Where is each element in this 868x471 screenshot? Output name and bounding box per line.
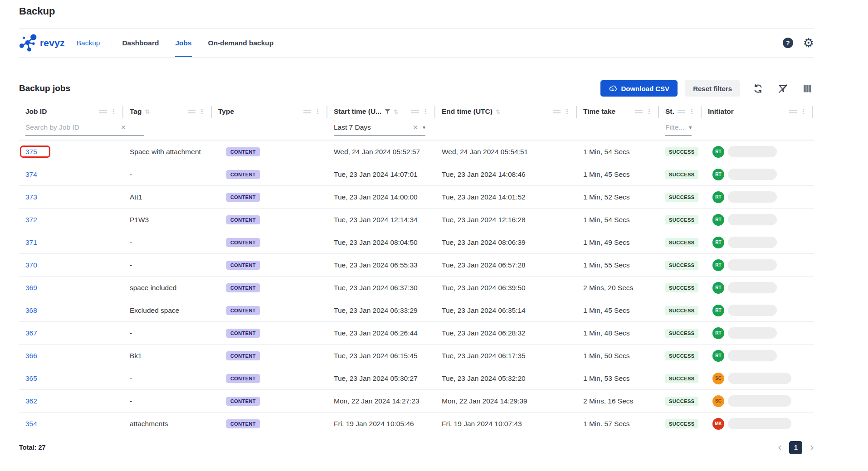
redacted-name-pill [728, 418, 791, 429]
end-time-text: Tue, 23 Jan 2024 06:35:14 [442, 306, 526, 314]
job-id-link[interactable]: 373 [25, 192, 37, 202]
column-kebab-icon[interactable]: ⋮ [422, 107, 429, 116]
column-menu-icon[interactable] [303, 110, 311, 113]
column-kebab-icon[interactable]: ⋮ [688, 107, 695, 116]
end-time-text: Tue, 23 Jan 2024 12:16:28 [442, 216, 526, 223]
time-taken-text: 1 Min. 57 Secs [583, 420, 630, 427]
clear-icon[interactable]: ✕ [413, 124, 418, 131]
column-kebab-icon[interactable]: ⋮ [110, 107, 117, 116]
column-menu-icon[interactable] [678, 110, 685, 113]
nav-item-dashboard[interactable]: Dashboard [122, 29, 159, 57]
table-row: 362-CONTENTMon, 22 Jan 2024 14:27:23Mon,… [19, 390, 814, 413]
download-csv-button[interactable]: Download CSV [600, 80, 678, 97]
manage-columns-button[interactable] [801, 82, 814, 95]
job-id-link[interactable]: 372 [25, 214, 37, 225]
filter-applied-icon[interactable] [385, 109, 390, 115]
nav-link-backup[interactable]: Backup [77, 29, 100, 57]
time-taken-text: 1 Min, 50 Secs [583, 352, 630, 359]
column-menu-icon[interactable] [188, 110, 195, 113]
tag-text: space included [130, 284, 176, 291]
column-kebab-icon[interactable]: ⋮ [199, 107, 205, 116]
status-badge: SUCCESS [665, 215, 698, 224]
column-header-label[interactable]: End time (UTC) [442, 107, 493, 116]
time-taken-text: 1 Min, 49 Secs [583, 238, 630, 246]
job-id-link[interactable]: 371 [25, 237, 37, 248]
prev-page-button[interactable]: ‹ [778, 442, 782, 453]
refresh-icon [753, 83, 763, 94]
table-row: 368Excluded spaceCONTENTTue, 23 Jan 2024… [19, 299, 814, 322]
job-id-link[interactable]: 369 [25, 282, 37, 293]
column-header-end: End time (UTC)⇅⋮ [435, 103, 577, 140]
nav-item-jobs[interactable]: Jobs [175, 29, 191, 57]
job-id-link[interactable]: 374 [25, 169, 37, 180]
caret-down-icon[interactable]: ▾ [689, 124, 692, 131]
column-kebab-icon[interactable]: ⋮ [800, 107, 807, 116]
end-time-text: Wed, 24 Jan 2024 05:54:51 [442, 148, 528, 155]
brand-text: revyz [40, 38, 65, 49]
job-id-link[interactable]: 366 [25, 350, 37, 361]
date-filter-value[interactable]: Last 7 Days [334, 123, 408, 131]
column-menu-icon[interactable] [553, 110, 561, 113]
reset-filters-button[interactable]: Reset filters [685, 80, 740, 97]
total-count: Total: 27 [19, 444, 46, 451]
start-time-text: Tue, 23 Jan 2024 05:30:27 [334, 374, 418, 382]
column-kebab-icon[interactable]: ⋮ [314, 107, 321, 116]
nav-items: DashboardJobsOn-demand backup [122, 29, 273, 57]
initiator-avatar: RT [712, 327, 724, 339]
backup-page: Backup revyz Bac [0, 0, 868, 471]
column-menu-icon[interactable] [789, 110, 797, 113]
column-menu-icon[interactable] [635, 110, 643, 113]
filter-off-icon [778, 83, 788, 94]
end-time-text: Tue, 23 Jan 2024 14:08:46 [442, 170, 526, 178]
column-kebab-icon[interactable]: ⋮ [564, 107, 571, 116]
sort-icon[interactable]: ⇅ [145, 108, 150, 115]
status-filter-placeholder[interactable]: Filte... [665, 123, 684, 131]
job-id-link[interactable]: 367 [25, 328, 37, 338]
next-page-button[interactable]: › [809, 442, 814, 453]
sort-icon[interactable]: ⇅ [496, 108, 501, 115]
job-id-link[interactable]: 375 [20, 146, 50, 158]
job-id-link[interactable]: 354 [25, 418, 37, 429]
refresh-button[interactable] [751, 82, 765, 96]
job-id-link[interactable]: 370 [25, 260, 37, 270]
time-taken-text: 1 Min, 54 Secs [583, 216, 630, 223]
column-kebab-icon[interactable]: ⋮ [646, 107, 653, 116]
column-header-label[interactable]: Tag [130, 107, 141, 116]
table-row: 375Space with attachmentCONTENTWed, 24 J… [19, 141, 814, 163]
type-badge: CONTENT [226, 261, 260, 270]
type-badge: CONTENT [226, 215, 260, 224]
time-taken-text: 1 Min, 45 Secs [583, 170, 630, 178]
tag-text: - [130, 397, 132, 405]
redacted-name-pill [728, 282, 777, 293]
gear-icon[interactable]: ⚙ [803, 37, 814, 49]
page-number-button[interactable]: 1 [789, 441, 802, 454]
table-row: 371-CONTENTTue, 23 Jan 2024 08:04:50Tue,… [19, 231, 814, 254]
status-badge: SUCCESS [665, 261, 698, 270]
nav-item-on-demand-backup[interactable]: On-demand backup [208, 29, 274, 57]
job-id-link[interactable]: 368 [25, 305, 37, 316]
column-header-initiator: Initiator⋮ [702, 103, 813, 140]
redacted-name-pill [728, 373, 791, 384]
revyz-brand[interactable]: revyz [19, 29, 65, 57]
table-row: 369space includedCONTENTTue, 23 Jan 2024… [19, 277, 814, 299]
status-badge: SUCCESS [665, 329, 698, 338]
column-menu-icon[interactable] [99, 110, 107, 113]
column-header-label[interactable]: Start time (U... [334, 107, 381, 116]
job-id-link[interactable]: 365 [25, 373, 37, 384]
type-badge: CONTENT [226, 193, 260, 202]
cloud-download-icon [609, 84, 617, 93]
column-menu-icon[interactable] [411, 110, 419, 113]
tag-text: - [130, 374, 132, 382]
caret-down-icon[interactable]: ▾ [423, 124, 425, 131]
table-row: 354attachmentsCONTENTFri. 19 Jan 2024 10… [19, 413, 814, 435]
sort-icon[interactable]: ⇅ [394, 108, 399, 115]
redacted-name-pill [728, 169, 777, 180]
pagination: ‹ 1 › [778, 441, 814, 454]
initiator-avatar: RT [712, 169, 724, 180]
job-id-filter-input[interactable] [25, 123, 116, 131]
help-icon[interactable]: ? [783, 38, 793, 48]
job-id-link[interactable]: 362 [25, 396, 37, 406]
clear-all-filters-button[interactable] [776, 82, 790, 96]
initiator-avatar: RT [712, 146, 724, 158]
status-badge: SUCCESS [665, 419, 698, 428]
